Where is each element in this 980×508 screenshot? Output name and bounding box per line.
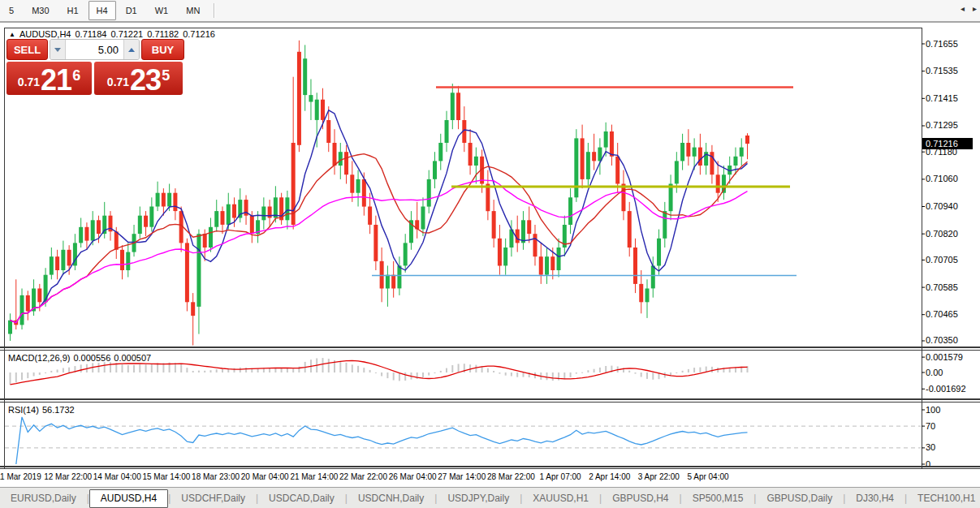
buy-price-pip: 5 [162, 70, 170, 81]
buy-price-box[interactable]: 0.71235 [94, 62, 183, 95]
macd-value-signal: 0.000507 [114, 353, 151, 363]
sell-price-main: 21 [41, 68, 71, 93]
buy-price-main: 23 [130, 68, 161, 93]
ohlc-close: 0.71216 [183, 29, 215, 39]
sell-button[interactable]: SELL [6, 39, 48, 60]
rsi-name: RSI(14) [8, 405, 39, 415]
volume-input[interactable]: 5.00 [65, 40, 124, 59]
arrow-up-icon [128, 48, 135, 52]
macd-value-main: 0.000556 [73, 353, 110, 363]
rsi-value: 56.1732 [42, 405, 75, 415]
macd-label: MACD(12,26,9)0.0005560.000507 [8, 353, 154, 363]
chart-symbol-period: AUDUSD,H4 [19, 29, 71, 39]
buy-price-prefix: 0.71 [107, 71, 129, 93]
rsi-label: RSI(14)56.1732 [8, 405, 78, 415]
current-price-badge: 0.71216 [922, 138, 973, 149]
sell-price-pip: 6 [72, 70, 80, 81]
collapse-trade-panel-icon[interactable]: ▲ [9, 31, 15, 38]
sell-price-prefix: 0.71 [18, 71, 40, 93]
mt4-window: 5M30H1H4D1W1MN ▲AUDUSD,H40.711840.712210… [0, 0, 980, 508]
macd-name: MACD(12,26,9) [8, 353, 70, 363]
volume-increase-button[interactable] [124, 40, 139, 59]
sell-price-box[interactable]: 0.71216 [6, 62, 92, 95]
arrow-down-icon [54, 48, 61, 52]
ohlc-open: 0.71184 [76, 29, 107, 39]
one-click-trading-panel: SELL 5.00 BUY 0.71216 0.71235 [6, 39, 184, 95]
volume-spinner: 5.00 [50, 39, 140, 60]
ohlc-high: 0.71221 [110, 29, 143, 39]
ohlc-low: 0.71182 [147, 29, 179, 39]
volume-decrease-button[interactable] [50, 40, 65, 59]
buy-button[interactable]: BUY [141, 39, 184, 60]
chart-header: ▲AUDUSD,H40.711840.712210.711820.71216 [9, 29, 219, 39]
